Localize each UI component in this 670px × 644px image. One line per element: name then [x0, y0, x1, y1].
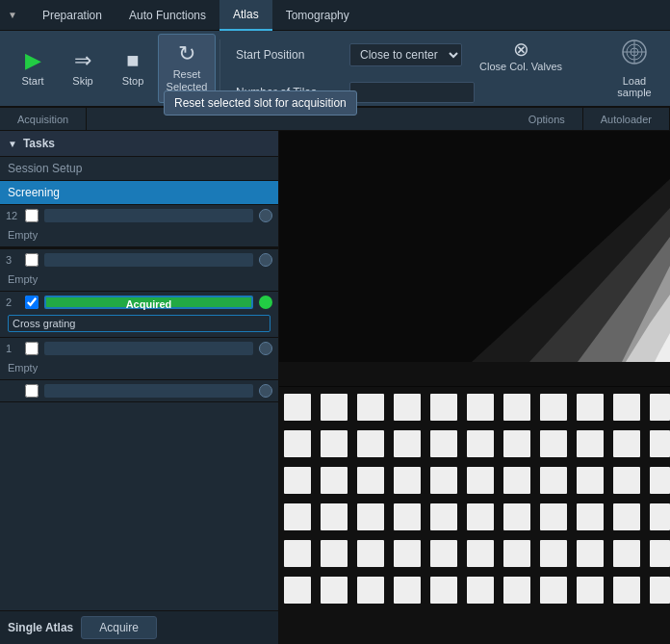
svg-rect-24 [430, 394, 457, 421]
svg-rect-26 [503, 394, 530, 421]
bottom-image-section [279, 389, 670, 645]
svg-rect-30 [650, 394, 670, 421]
top-image-svg [279, 131, 670, 387]
close-col-valves-button[interactable]: ⊗ Close Col. Valves [470, 34, 572, 76]
svg-rect-48 [503, 467, 530, 494]
svg-rect-70 [503, 540, 530, 567]
skip-label: Skip [72, 75, 92, 87]
skip-icon: ⇒ [74, 50, 91, 71]
menu-collapse-arrow[interactable]: ▼ [8, 10, 17, 20]
slot-indicator-empty [259, 384, 272, 398]
start-label: Start [21, 75, 43, 87]
svg-rect-49 [540, 467, 567, 494]
slot-name-row-1: Empty [0, 359, 278, 379]
svg-rect-71 [540, 540, 567, 567]
svg-rect-67 [394, 540, 421, 567]
slot-checkbox-3[interactable] [25, 253, 39, 267]
svg-rect-60 [540, 503, 567, 530]
acquire-button[interactable]: Acquire [81, 616, 157, 639]
menu-bar: ▼ Preparation Auto Functions Atlas Tomog… [0, 0, 670, 31]
sub-tab-acquisition[interactable]: Acquisition [0, 108, 87, 130]
slot-name-label-12: Empty [8, 229, 38, 241]
svg-rect-82 [540, 577, 567, 604]
slot-checkbox-12[interactable] [25, 209, 39, 222]
svg-rect-85 [650, 577, 670, 604]
svg-rect-52 [650, 467, 670, 494]
svg-rect-80 [467, 577, 494, 604]
stop-button[interactable]: ■ Stop [108, 34, 158, 103]
slot-number-3: 3 [6, 254, 19, 266]
tab-auto-functions[interactable]: Auto Functions [116, 0, 219, 31]
skip-button[interactable]: ⇒ Skip [58, 34, 108, 103]
slot-row-empty [0, 380, 278, 401]
load-sample-button[interactable]: Loadsample [606, 34, 662, 103]
slot-indicator-12 [259, 209, 272, 222]
svg-rect-55 [357, 503, 384, 530]
svg-rect-56 [394, 503, 421, 530]
svg-rect-21 [321, 394, 348, 421]
svg-rect-23 [394, 394, 421, 421]
slot-group-1: 1 Empty [0, 338, 278, 380]
svg-rect-61 [577, 503, 604, 530]
svg-rect-78 [394, 577, 421, 604]
svg-rect-81 [503, 577, 530, 604]
slot-bar-12 [44, 209, 253, 222]
reset-icon: ↻ [178, 43, 195, 64]
slot-group-12: 12 Empty [0, 205, 278, 247]
svg-rect-40 [613, 430, 640, 457]
toolbar: ▶ Start ⇒ Skip ■ Stop ↻ ResetSelected St… [0, 31, 670, 108]
svg-rect-77 [357, 577, 384, 604]
svg-rect-63 [650, 503, 670, 530]
svg-rect-83 [577, 577, 604, 604]
svg-rect-59 [503, 503, 530, 530]
sub-tab-autoloader[interactable]: Autoloader [583, 108, 670, 130]
svg-rect-41 [650, 430, 670, 457]
slot-name-input-2[interactable] [8, 315, 271, 332]
number-of-tiles-input[interactable] [349, 82, 475, 103]
slot-group-2: 2 Acquired [0, 292, 278, 338]
tab-preparation[interactable]: Preparation [29, 0, 116, 31]
svg-rect-32 [321, 430, 348, 457]
svg-rect-47 [467, 467, 494, 494]
top-image-section [279, 131, 670, 387]
svg-rect-39 [577, 430, 604, 457]
svg-rect-54 [321, 503, 348, 530]
slot-number-12: 12 [6, 210, 19, 221]
slot-group-empty [0, 380, 278, 402]
slot-group-3: 3 Empty [0, 249, 278, 292]
svg-rect-28 [577, 394, 604, 421]
svg-rect-76 [321, 577, 348, 604]
svg-rect-22 [357, 394, 384, 421]
start-position-row: Start Position Close to center Far from … [236, 34, 606, 76]
start-position-select[interactable]: Close to center Far from center Custom [349, 43, 462, 66]
slot-row-3: 3 [0, 249, 278, 270]
svg-rect-35 [430, 430, 457, 457]
sub-tab-options[interactable]: Options [511, 108, 583, 130]
screening-label[interactable]: Screening [0, 181, 278, 205]
slot-name-label-1: Empty [8, 362, 38, 374]
svg-rect-25 [467, 394, 494, 421]
start-button[interactable]: ▶ Start [8, 34, 58, 103]
tab-atlas[interactable]: Atlas [219, 0, 272, 31]
slot-name-row-3: Empty [0, 270, 278, 291]
single-atlas-label: Single Atlas [8, 621, 73, 634]
svg-rect-66 [357, 540, 384, 567]
slot-name-row-2 [0, 313, 278, 337]
tab-tomography[interactable]: Tomography [272, 0, 363, 31]
slot-row-12: 12 [0, 205, 278, 226]
svg-rect-42 [284, 467, 311, 494]
svg-rect-27 [540, 394, 567, 421]
slot-checkbox-2[interactable] [25, 296, 39, 309]
svg-rect-51 [613, 467, 640, 494]
svg-rect-45 [394, 467, 421, 494]
svg-rect-50 [577, 467, 604, 494]
slot-indicator-3 [259, 253, 272, 267]
slot-checkbox-1[interactable] [25, 342, 39, 355]
start-icon: ▶ [25, 50, 41, 71]
svg-rect-62 [613, 503, 640, 530]
slot-checkbox-empty[interactable] [25, 384, 39, 398]
svg-rect-53 [284, 503, 311, 530]
tasks-header[interactable]: ▼ Tasks [0, 131, 278, 157]
svg-rect-29 [613, 394, 640, 421]
slot-indicator-1 [259, 342, 272, 355]
